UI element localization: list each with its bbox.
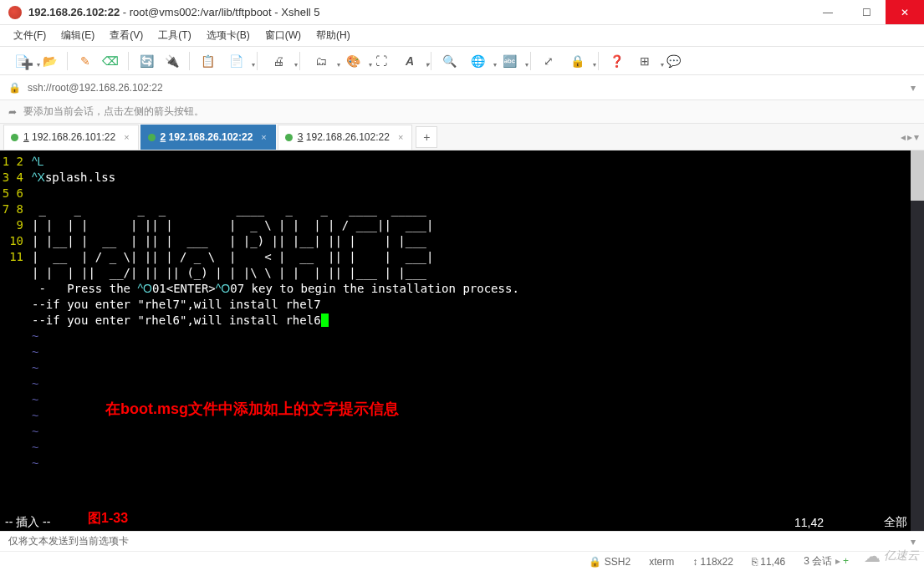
encode-icon: 🔤 bbox=[503, 54, 517, 68]
vim-statusbar: -- 插入 -- 图1-33 11,42 全部 bbox=[0, 514, 924, 531]
app-window: 192.168.26.102:22 - root@vms002:/var/lib… bbox=[0, 0, 924, 571]
menu-tools[interactable]: 工具(T) bbox=[151, 25, 197, 46]
chat-button[interactable]: 💬 bbox=[662, 50, 684, 72]
paste-button[interactable]: 📄 bbox=[222, 50, 250, 72]
vim-all: 全部 bbox=[884, 515, 907, 530]
compose-hint[interactable]: 仅将文本发送到当前选项卡 bbox=[8, 534, 911, 548]
tab-bar: 1 192.168.26.101:22 × 2 192.168.26.102:2… bbox=[0, 124, 924, 150]
help-button[interactable]: ❓ bbox=[605, 50, 627, 72]
search-button[interactable]: 🔍 bbox=[438, 50, 460, 72]
app-icon bbox=[8, 6, 22, 19]
plus-icon: ➕ bbox=[21, 59, 33, 70]
print-button[interactable]: 🖨 bbox=[264, 50, 293, 72]
tab-next-icon[interactable]: ▸ bbox=[907, 131, 912, 143]
tab-1[interactable]: 1 192.168.26.101:22 × bbox=[3, 125, 139, 150]
font-button[interactable]: A bbox=[396, 50, 424, 72]
watermark-text: 亿速云 bbox=[884, 548, 919, 563]
tab-close-icon[interactable]: × bbox=[124, 132, 129, 142]
copy-button[interactable]: 📋 bbox=[197, 50, 218, 72]
menu-tabs[interactable]: 选项卡(B) bbox=[200, 25, 257, 46]
paste-icon: 📄 bbox=[229, 54, 243, 68]
tab-close-icon[interactable]: × bbox=[261, 132, 266, 142]
fullscreen-icon: ⛶ bbox=[375, 54, 387, 68]
close-button[interactable]: ✕ bbox=[886, 0, 924, 24]
status-dot-icon bbox=[148, 134, 156, 141]
reconnect-button[interactable]: 🔄 bbox=[135, 50, 157, 72]
separator bbox=[598, 52, 599, 70]
vertical-scrollbar[interactable] bbox=[911, 150, 924, 531]
menu-edit[interactable]: 编辑(E) bbox=[54, 25, 101, 46]
menu-help[interactable]: 帮助(H) bbox=[309, 25, 357, 46]
title-suffix: - root@vms002:/var/lib/tftpboot - Xshell… bbox=[120, 6, 319, 18]
open-button[interactable]: 📂 bbox=[38, 50, 60, 72]
status-dot-icon bbox=[11, 134, 18, 141]
props-icon: 🗂 bbox=[315, 54, 327, 68]
copy-icon: 📋 bbox=[201, 54, 215, 68]
caption-annotation: 图1-33 bbox=[88, 510, 128, 528]
menu-window[interactable]: 窗口(W) bbox=[258, 25, 308, 46]
color-button[interactable]: 🎨 bbox=[339, 50, 367, 72]
minimize-button[interactable]: — bbox=[809, 0, 847, 24]
tab-2[interactable]: 2 192.168.26.102:22 × bbox=[140, 125, 276, 150]
lock-icon: 🔒 bbox=[8, 82, 21, 94]
reconnect-icon: 🔄 bbox=[140, 54, 154, 68]
scroll-thumb[interactable] bbox=[911, 150, 924, 201]
address-url[interactable]: ssh://root@192.168.26.102:22 bbox=[28, 82, 904, 94]
status-term: xterm bbox=[649, 556, 674, 568]
menu-file[interactable]: 文件(F) bbox=[7, 25, 53, 46]
status-size: ↕ 118x22 bbox=[692, 556, 733, 568]
lock-button[interactable]: 🔒 bbox=[563, 50, 591, 72]
tab-list-icon[interactable]: ▾ bbox=[914, 131, 919, 143]
window-buttons: — ☐ ✕ bbox=[809, 0, 924, 24]
menu-view[interactable]: 查看(V) bbox=[103, 25, 150, 46]
disconnect-button[interactable]: 🔌 bbox=[161, 50, 182, 72]
titlebar: 192.168.26.102:22 - root@vms002:/var/lib… bbox=[0, 0, 924, 25]
folder-icon: 📂 bbox=[43, 54, 57, 68]
lang-button[interactable]: 🌐 bbox=[463, 50, 492, 72]
expand-button[interactable]: ⤢ bbox=[538, 50, 559, 72]
maximize-button[interactable]: ☐ bbox=[847, 0, 886, 24]
encode-button[interactable]: 🔤 bbox=[495, 50, 523, 72]
terminal-area[interactable]: 1 2 3 4 5 6 7 8 9 10 11 ^L ^Xsplash.lss … bbox=[0, 150, 924, 531]
separator bbox=[67, 52, 68, 70]
separator bbox=[257, 52, 258, 70]
expand-icon: ⤢ bbox=[544, 54, 554, 68]
separator bbox=[431, 52, 431, 70]
overlay-annotation: 在boot.msg文件中添加如上的文字提示信息 bbox=[105, 401, 399, 417]
compose-bar: 仅将文本发送到当前选项卡 ▾ bbox=[0, 531, 924, 551]
layout-button[interactable]: ⊞ bbox=[630, 50, 659, 72]
eraser-icon: ⌫ bbox=[102, 54, 119, 68]
vim-mode: -- 插入 -- bbox=[5, 515, 50, 530]
search-icon: 🔍 bbox=[442, 54, 457, 68]
props-button[interactable]: 🗂 bbox=[307, 50, 335, 72]
separator bbox=[189, 52, 190, 70]
tab-label: 1 192.168.26.101:22 bbox=[23, 131, 115, 143]
separator bbox=[128, 52, 129, 70]
new-session-button[interactable]: 📄➕ bbox=[7, 50, 35, 72]
tab-close-icon[interactable]: × bbox=[398, 132, 403, 142]
terminal[interactable]: ^L ^Xsplash.lss _ _ _ _ ____ _ _ ____ __… bbox=[28, 150, 924, 531]
layout-icon: ⊞ bbox=[640, 54, 650, 68]
tab-label: 2 192.168.26.102:22 bbox=[161, 131, 253, 143]
print-icon: 🖨 bbox=[273, 54, 284, 68]
fullscreen-button[interactable]: ⛶ bbox=[370, 50, 392, 72]
line-gutter: 1 2 3 4 5 6 7 8 9 10 11 bbox=[0, 150, 28, 531]
status-proto: 🔒 SSH2 bbox=[589, 556, 630, 568]
arrow-icon[interactable]: ➦ bbox=[8, 106, 17, 118]
eraser-button[interactable]: ⌫ bbox=[100, 50, 121, 72]
dropdown-icon[interactable]: ▾ bbox=[911, 82, 916, 94]
lock-icon: 🔒 bbox=[589, 556, 601, 568]
tab-prev-icon[interactable]: ◂ bbox=[901, 131, 906, 143]
hint-text: 要添加当前会话，点击左侧的箭头按钮。 bbox=[23, 105, 204, 119]
wand-button[interactable]: ✎ bbox=[74, 50, 96, 72]
tab-3[interactable]: 3 192.168.26.102:22 × bbox=[278, 125, 413, 150]
window-title: 192.168.26.102:22 - root@vms002:/var/lib… bbox=[28, 6, 809, 18]
disconnect-icon: 🔌 bbox=[165, 54, 179, 68]
color-icon: 🎨 bbox=[346, 54, 360, 68]
add-tab-button[interactable]: + bbox=[416, 126, 437, 148]
tab-label: 3 192.168.26.102:22 bbox=[298, 131, 390, 143]
updown-icon: ↕ bbox=[692, 556, 697, 568]
cloud-icon: ☁ bbox=[864, 546, 881, 566]
status-cursor: ⎘ 11,46 bbox=[752, 556, 785, 568]
hint-bar: ➦ 要添加当前会话，点击左侧的箭头按钮。 bbox=[0, 100, 924, 124]
